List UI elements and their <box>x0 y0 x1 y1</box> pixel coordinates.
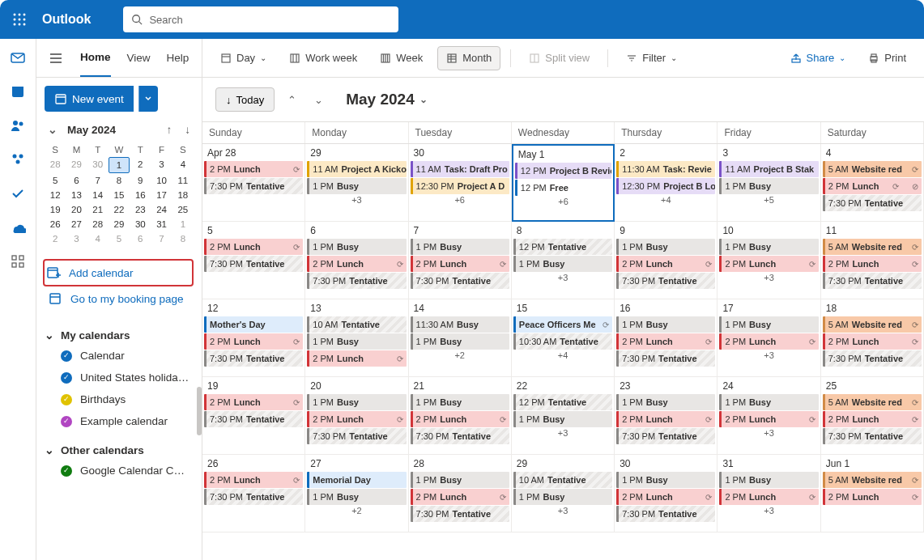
mini-day[interactable]: 23 <box>130 202 151 217</box>
calendar-event[interactable]: Peace Officers Me⟳ <box>513 316 612 333</box>
calendar-event[interactable]: 1 PMBusy <box>616 472 715 488</box>
mini-day[interactable]: 13 <box>66 188 87 202</box>
day-cell[interactable]: 27Memorial Day1 PMBusy+2 <box>305 455 408 532</box>
mini-day[interactable]: 25 <box>172 202 194 217</box>
add-calendar-link[interactable]: Add calendar <box>43 259 194 286</box>
more-events-link[interactable]: +3 <box>717 506 820 515</box>
mini-day[interactable]: 15 <box>109 188 130 202</box>
calendar-event[interactable]: 2 PMLunch⟳ <box>411 489 509 505</box>
mini-day[interactable]: 4 <box>172 157 194 173</box>
calendar-event[interactable]: 2 PMLunch⟳ <box>823 489 922 505</box>
day-cell[interactable]: 2212 PMTentative1 PMBusy+3 <box>512 377 615 455</box>
new-event-button[interactable]: New event <box>45 86 134 112</box>
mini-day[interactable]: 28 <box>87 217 109 231</box>
mini-day[interactable]: 28 <box>45 157 66 173</box>
more-events-link[interactable]: +4 <box>615 195 717 205</box>
calendar-event[interactable]: 7:30 PMTentative <box>616 428 715 444</box>
calendar-event[interactable]: 7:30 PMTentative <box>204 411 303 427</box>
day-cell[interactable]: Jun 15 AMWebsite red⟳2 PMLunch⟳ <box>821 455 924 532</box>
day-cell[interactable]: 2910 AMTentative1 PMBusy+3 <box>512 455 615 532</box>
mini-day[interactable]: 30 <box>130 217 151 231</box>
mini-day[interactable]: 2 <box>130 157 151 173</box>
day-cell[interactable]: 231 PMBusy2 PMLunch⟳7:30 PMTentative <box>615 377 717 455</box>
sidebar-scrollbar[interactable] <box>197 387 202 435</box>
mini-day[interactable]: 24 <box>151 202 172 217</box>
calendar-event[interactable]: 1 PMBusy <box>307 239 406 255</box>
calendar-event[interactable]: 5 AMWebsite red⟳ <box>823 161 922 177</box>
calendar-event[interactable]: 7:30 PMTentative <box>204 350 303 367</box>
hamburger-icon[interactable] <box>36 51 75 66</box>
more-events-link[interactable]: +3 <box>512 506 614 515</box>
view-workweek-button[interactable]: Work week <box>281 46 365 70</box>
day-cell[interactable]: 185 AMWebsite red⟳2 PMLunch⟳7:30 PMTenta… <box>821 299 924 377</box>
calendar-color-dot[interactable] <box>61 372 72 384</box>
day-cell[interactable]: 301 PMBusy2 PMLunch⟳7:30 PMTentative <box>615 455 717 532</box>
day-cell[interactable]: 1411:30 AMBusy1 PMBusy+2 <box>409 299 512 377</box>
app-launcher-icon[interactable] <box>0 13 39 26</box>
calendar-color-dot[interactable] <box>61 416 72 427</box>
calendar-event[interactable]: 5 AMWebsite red⟳ <box>823 472 922 488</box>
calendar-event[interactable]: 7:30 PMTentative <box>616 273 715 289</box>
day-cell[interactable]: 91 PMBusy2 PMLunch⟳7:30 PMTentative <box>615 222 717 299</box>
calendar-event[interactable]: 1 PMBusy <box>307 394 406 410</box>
mini-day[interactable]: 1 <box>109 157 130 173</box>
day-cell[interactable]: 101 PMBusy2 PMLunch⟳+3 <box>717 222 820 299</box>
view-day-button[interactable]: Day⌄ <box>212 46 275 70</box>
mini-day[interactable]: 16 <box>130 188 151 202</box>
calendar-event[interactable]: 2 PMLunch⟳ <box>616 256 715 272</box>
next-month-icon[interactable]: ⌄ <box>309 92 328 108</box>
tab-home[interactable]: Home <box>80 40 111 77</box>
mini-day[interactable]: 8 <box>109 173 130 188</box>
calendar-event[interactable]: 7:30 PMTentative <box>204 489 303 505</box>
calendar-event[interactable]: 7:30 PMTentative <box>204 256 303 272</box>
mini-day[interactable]: 3 <box>66 231 87 246</box>
rail-more-apps-icon[interactable] <box>7 251 28 272</box>
calendar-event[interactable]: 11 AMProject B Stak <box>719 161 818 177</box>
mini-day[interactable]: 27 <box>66 217 87 231</box>
new-event-dropdown[interactable] <box>138 86 158 112</box>
calendar-event[interactable]: 2 PMLunch⟳ <box>823 256 922 272</box>
calendar-event[interactable]: 7:30 PMTentative <box>307 273 406 289</box>
calendar-event[interactable]: 7:30 PMTentative <box>411 273 509 289</box>
more-events-link[interactable]: +6 <box>409 195 511 205</box>
mini-day[interactable]: 26 <box>45 217 66 231</box>
day-cell[interactable]: 311 AMProject B Stak1 PMBusy+5 <box>717 144 820 222</box>
calendar-event[interactable]: 5 AMWebsite red⟳ <box>823 316 922 333</box>
calendar-event[interactable]: 12:30 PMProject B Lo <box>616 178 715 194</box>
mini-day[interactable]: 6 <box>130 231 151 246</box>
calendar-event[interactable]: 1 PMBusy <box>513 489 612 505</box>
mini-day[interactable]: 29 <box>66 157 87 173</box>
mini-day[interactable]: 14 <box>87 188 109 202</box>
calendar-event[interactable]: 11 AMProject A Kicko <box>307 161 406 177</box>
calendar-event[interactable]: 2 PMLunch⟳ <box>307 350 406 367</box>
calendar-event[interactable]: 1 PMBusy <box>616 316 715 333</box>
mini-day[interactable]: 18 <box>172 188 194 202</box>
calendar-event[interactable]: 2 PMLunch⟳ <box>823 333 922 350</box>
other-calendars-header[interactable]: ⌄ Other calendars <box>45 440 194 460</box>
calendar-event[interactable]: Mother's Day <box>204 316 303 333</box>
calendar-color-dot[interactable] <box>61 350 72 362</box>
mini-day[interactable]: 7 <box>151 231 172 246</box>
calendar-event[interactable]: 7:30 PMTentative <box>411 428 509 444</box>
day-cell[interactable]: 262 PMLunch⟳7:30 PMTentative <box>202 455 305 532</box>
more-events-link[interactable]: +3 <box>717 350 820 360</box>
calendar-event[interactable]: 2 PMLunch⟳ <box>616 333 715 350</box>
prev-month-icon[interactable]: ⌃ <box>283 92 301 108</box>
calendar-event[interactable]: 2 PMLunch⟳ <box>823 411 922 427</box>
calendar-item[interactable]: Calendar <box>45 345 194 367</box>
mini-day[interactable]: 30 <box>87 157 109 173</box>
day-cell[interactable]: 281 PMBusy2 PMLunch⟳7:30 PMTentative <box>409 455 512 532</box>
calendar-event[interactable]: 1 PMBusy <box>411 333 509 350</box>
mini-day[interactable]: 12 <box>45 188 66 202</box>
day-cell[interactable]: 201 PMBusy2 PMLunch⟳7:30 PMTentative <box>305 377 408 455</box>
calendar-event[interactable]: 7:30 PMTentative <box>616 350 715 367</box>
day-cell[interactable]: 52 PMLunch⟳7:30 PMTentative <box>202 222 305 299</box>
day-cell[interactable]: 45 AMWebsite red⟳2 PMLunch⟳⊘7:30 PMTenta… <box>821 144 924 222</box>
calendar-event[interactable]: 12 PMTentative <box>513 239 612 255</box>
calendar-event[interactable]: 2 PMLunch⟳ <box>719 256 818 272</box>
more-events-link[interactable]: +5 <box>717 195 820 205</box>
calendar-event[interactable]: 7:30 PMTentative <box>823 350 922 367</box>
calendar-item[interactable]: Google Calendar C… <box>45 460 194 482</box>
more-events-link[interactable]: +3 <box>305 195 407 205</box>
calendar-event[interactable]: 12:30 PMProject A D <box>411 178 509 194</box>
